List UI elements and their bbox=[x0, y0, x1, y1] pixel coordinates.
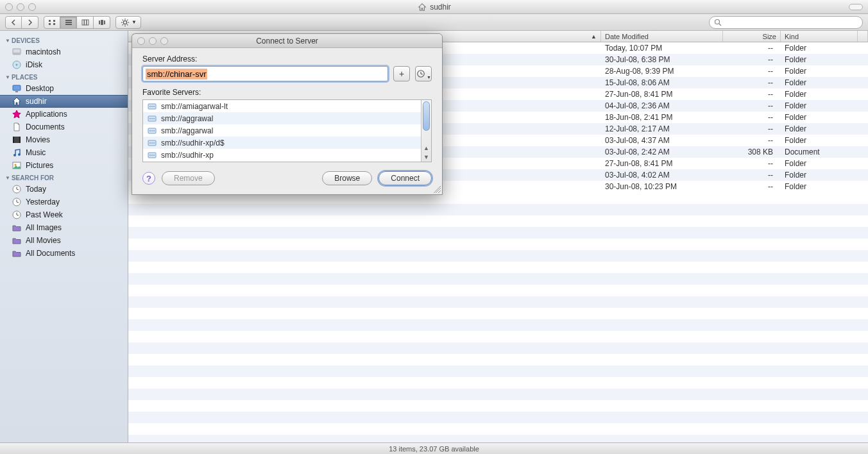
sidebar-section-places[interactable]: ▼ PLACES bbox=[0, 71, 128, 82]
resize-handle[interactable] bbox=[433, 185, 441, 193]
sidebar-item-icon bbox=[12, 248, 22, 258]
remove-button[interactable]: Remove bbox=[162, 171, 215, 185]
svg-rect-9 bbox=[87, 20, 89, 25]
sidebar-item[interactable]: Yesterday bbox=[0, 196, 128, 208]
svg-rect-31 bbox=[13, 137, 14, 143]
forward-button[interactable] bbox=[22, 16, 38, 29]
cell-size: -- bbox=[723, 171, 781, 180]
cell-date: 03-Jul-08, 2:42 AM bbox=[601, 147, 723, 156]
view-icons-button[interactable] bbox=[44, 16, 60, 29]
svg-rect-25 bbox=[13, 53, 21, 55]
sidebar-section-devices[interactable]: ▼ DEVICES bbox=[0, 35, 128, 46]
server-icon bbox=[147, 126, 157, 136]
svg-point-62 bbox=[149, 142, 151, 144]
column-size[interactable]: Size bbox=[723, 31, 781, 42]
sidebar-item-icon bbox=[12, 210, 22, 220]
sidebar-item-label: Movies bbox=[26, 135, 50, 144]
sidebar-item[interactable]: Pictures bbox=[0, 159, 128, 172]
cell-date: 27-Jun-08, 8:41 PM bbox=[601, 90, 723, 99]
cell-kind: Folder bbox=[781, 67, 858, 76]
search-field[interactable] bbox=[709, 16, 863, 29]
favorite-server-item[interactable]: smb://aggarwal bbox=[143, 124, 421, 137]
connect-button[interactable]: Connect bbox=[379, 171, 432, 185]
server-icon bbox=[147, 101, 157, 112]
server-icon bbox=[147, 138, 157, 148]
favorite-server-item[interactable]: smb://aggrawal bbox=[143, 112, 421, 124]
history-menu-button[interactable]: ▼ bbox=[415, 66, 432, 81]
cell-size: -- bbox=[723, 136, 781, 145]
favorites-scrollbar[interactable]: ▲ ▼ bbox=[421, 100, 431, 162]
sidebar-item-icon bbox=[12, 184, 22, 194]
dialog-titlebar: Connect to Server bbox=[132, 34, 442, 48]
column-kind[interactable]: Kind bbox=[781, 31, 858, 42]
cell-size: -- bbox=[723, 101, 781, 110]
view-list-button[interactable] bbox=[60, 16, 77, 29]
svg-point-33 bbox=[13, 154, 16, 156]
search-input[interactable] bbox=[726, 19, 858, 26]
cell-kind: Folder bbox=[781, 159, 858, 168]
back-button[interactable] bbox=[5, 16, 22, 29]
cell-size: -- bbox=[723, 44, 781, 53]
svg-point-58 bbox=[149, 130, 151, 131]
sidebar-section-search[interactable]: ▼ SEARCH FOR bbox=[0, 172, 128, 183]
sidebar-item-label: sudhir bbox=[26, 97, 47, 106]
sidebar-item-icon bbox=[12, 83, 22, 94]
add-favorite-button[interactable]: + bbox=[393, 66, 410, 81]
svg-point-59 bbox=[151, 130, 153, 131]
sidebar-item[interactable]: All Documents bbox=[0, 247, 128, 260]
svg-point-22 bbox=[715, 19, 720, 24]
help-button[interactable]: ? bbox=[142, 172, 155, 185]
cell-kind: Folder bbox=[781, 113, 858, 122]
sidebar-item[interactable]: Desktop bbox=[0, 82, 128, 95]
sidebar-item-label: Applications bbox=[26, 110, 67, 119]
server-address-input[interactable]: smb://chinar-svr bbox=[142, 66, 388, 81]
sidebar-item[interactable]: iDisk bbox=[0, 58, 128, 71]
svg-point-52 bbox=[153, 106, 155, 107]
sidebar-item-label: Desktop bbox=[26, 84, 54, 93]
toolbar-toggle-button[interactable] bbox=[849, 4, 863, 10]
svg-line-19 bbox=[127, 24, 128, 25]
sidebar-item[interactable]: All Images bbox=[0, 221, 128, 234]
action-menu-button[interactable]: ▼ bbox=[115, 16, 141, 29]
sidebar-item-icon bbox=[12, 109, 22, 119]
view-columns-button[interactable] bbox=[77, 16, 94, 29]
column-label: Size bbox=[763, 33, 776, 40]
window-titlebar: sudhir bbox=[0, 0, 868, 14]
sidebar-item[interactable]: macintosh bbox=[0, 46, 128, 58]
window-title: sudhir bbox=[430, 3, 451, 12]
column-date[interactable]: Date Modified bbox=[601, 31, 723, 42]
favorite-server-item[interactable]: smb://amiagarwal-lt bbox=[143, 100, 421, 112]
sidebar-item-icon bbox=[12, 147, 22, 158]
sidebar-item[interactable]: Past Week bbox=[0, 208, 128, 221]
sidebar-item[interactable]: Applications bbox=[0, 108, 128, 121]
favorite-server-item[interactable]: smb://sudhir-xp bbox=[143, 149, 421, 161]
sidebar-item[interactable]: Movies bbox=[0, 133, 128, 146]
sidebar-item[interactable]: sudhir bbox=[0, 95, 128, 108]
cell-date: 27-Jun-08, 8:41 PM bbox=[601, 159, 723, 168]
svg-point-50 bbox=[149, 106, 151, 107]
sidebar-item-label: All Images bbox=[26, 223, 62, 232]
sidebar-item-icon bbox=[12, 235, 22, 246]
sidebar-item[interactable]: Documents bbox=[0, 121, 128, 133]
svg-rect-3 bbox=[53, 23, 55, 25]
sidebar-item[interactable]: Music bbox=[0, 146, 128, 159]
cell-kind: Folder bbox=[781, 78, 858, 87]
cell-kind: Folder bbox=[781, 124, 858, 133]
sidebar-item[interactable]: Today bbox=[0, 183, 128, 196]
sidebar-item[interactable]: All Movies bbox=[0, 234, 128, 247]
svg-point-34 bbox=[18, 153, 21, 156]
cell-size: -- bbox=[723, 55, 781, 64]
scroll-down-icon[interactable]: ▼ bbox=[421, 153, 431, 162]
sidebar-item-icon bbox=[12, 96, 22, 106]
browse-button[interactable]: Browse bbox=[322, 171, 372, 185]
sidebar-item-icon bbox=[12, 160, 22, 171]
sort-indicator-icon: ▲ bbox=[591, 33, 597, 40]
favorite-server-item[interactable]: smb://sudhir-xp/d$ bbox=[143, 137, 421, 149]
view-coverflow-button[interactable] bbox=[94, 16, 110, 29]
cell-kind: Folder bbox=[781, 44, 858, 53]
scrollbar-thumb[interactable] bbox=[423, 101, 430, 131]
disclosure-icon: ▼ bbox=[5, 74, 10, 80]
cell-date: 18-Jun-08, 2:41 PM bbox=[601, 113, 723, 122]
cell-date: 15-Jul-08, 8:06 AM bbox=[601, 78, 723, 87]
scroll-up-icon[interactable]: ▲ bbox=[421, 144, 431, 153]
